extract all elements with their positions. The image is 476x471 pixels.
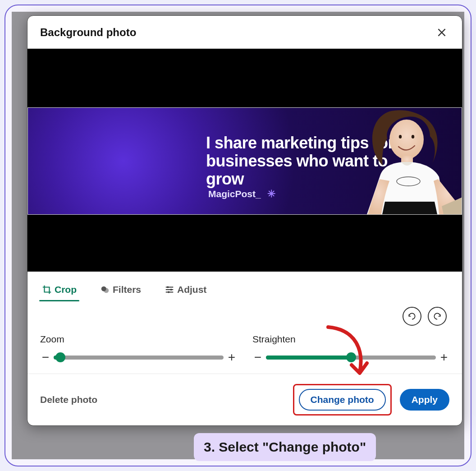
rotate-cw-button[interactable]	[403, 307, 421, 326]
straighten-thumb[interactable]	[346, 352, 356, 362]
svg-point-9	[168, 291, 169, 293]
crop-controls: Zoom − + Straighten −	[27, 311, 462, 371]
svg-point-2	[412, 135, 414, 139]
svg-point-7	[167, 286, 169, 288]
zoom-slider-group: Zoom − +	[40, 334, 237, 365]
apply-button[interactable]: Apply	[400, 389, 449, 411]
zoom-plus-button[interactable]: +	[226, 350, 237, 365]
zoom-slider[interactable]	[54, 353, 224, 362]
tab-adjust[interactable]: Adjust	[163, 280, 208, 301]
straighten-minus-button[interactable]: −	[252, 350, 263, 365]
adjust-icon	[165, 285, 174, 295]
banner-brand-text: MagicPost_	[208, 189, 261, 199]
svg-point-8	[170, 289, 172, 291]
close-button[interactable]	[434, 25, 449, 40]
rotate-ccw-icon	[433, 312, 442, 321]
svg-point-6	[104, 288, 109, 293]
crop-region[interactable]: I share marketing tips for businesses wh…	[27, 107, 462, 215]
delete-photo-button[interactable]: Delete photo	[40, 394, 97, 405]
modal-footer: Delete photo Change photo Apply	[27, 374, 462, 425]
filters-icon	[100, 285, 110, 295]
crop-icon	[42, 285, 52, 295]
rotate-cw-icon	[407, 312, 416, 321]
banner-person-illustration	[358, 107, 462, 214]
modal-header: Background photo	[27, 16, 462, 49]
annotation-highlight-box: Change photo	[293, 384, 392, 416]
zoom-minus-button[interactable]: −	[40, 350, 51, 365]
zoom-label: Zoom	[40, 334, 237, 345]
zoom-thumb[interactable]	[55, 352, 65, 362]
rotate-buttons	[403, 307, 447, 326]
sparkle-icon: ✳	[267, 188, 275, 200]
tab-crop-label: Crop	[55, 284, 77, 295]
rotate-ccw-button[interactable]	[428, 307, 447, 326]
step-caption: 3. Select "Change photo"	[194, 433, 376, 461]
banner-brand: MagicPost_ ✳	[208, 188, 275, 200]
modal-title: Background photo	[40, 26, 136, 39]
straighten-plus-button[interactable]: +	[439, 350, 449, 365]
background-photo-modal: Background photo I share marketing tips …	[27, 15, 462, 426]
tab-adjust-label: Adjust	[177, 284, 206, 295]
close-icon	[436, 27, 448, 38]
svg-point-1	[399, 135, 402, 139]
straighten-slider[interactable]	[266, 353, 436, 362]
straighten-label: Straighten	[252, 334, 449, 345]
straighten-slider-group: Straighten − +	[252, 334, 449, 365]
tab-crop[interactable]: Crop	[40, 280, 78, 301]
photo-preview[interactable]: I share marketing tips for businesses wh…	[27, 49, 462, 272]
change-photo-button[interactable]: Change photo	[299, 389, 386, 411]
tab-filters-label: Filters	[113, 284, 141, 295]
edit-tabs: Crop Filters Adjust	[27, 272, 462, 301]
tab-filters[interactable]: Filters	[98, 280, 143, 301]
svg-point-0	[389, 120, 424, 159]
